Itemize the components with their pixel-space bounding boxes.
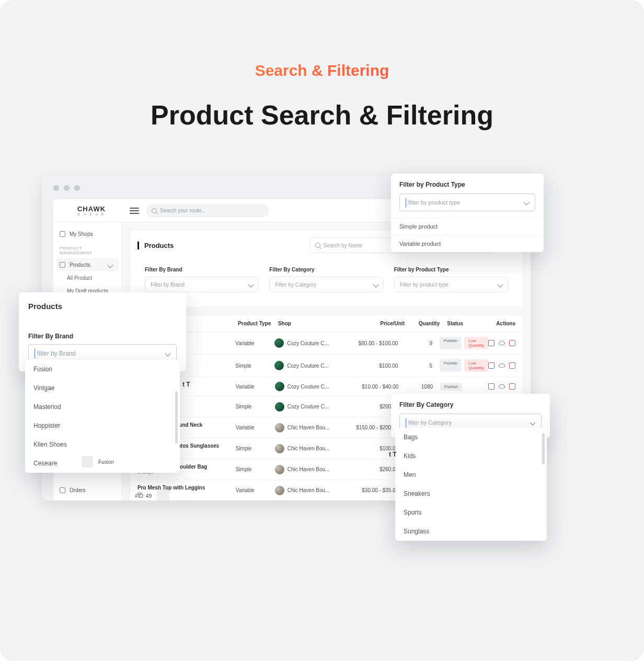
status-cell: PublishLow Quantity <box>432 337 488 349</box>
col-shop: Shop <box>278 321 348 326</box>
chevron-down-icon <box>248 281 254 287</box>
actions-cell <box>488 383 515 390</box>
window-dot <box>64 185 70 191</box>
shop-cell: Chic Haven Bou... <box>275 444 343 453</box>
col-actions: Actions <box>496 321 515 326</box>
price-cell: $100.00 <box>343 363 398 369</box>
price-cell: $30.00 - $35.00 <box>343 487 398 493</box>
category-option[interactable]: Sunglass <box>395 522 547 541</box>
edit-icon[interactable] <box>488 362 494 369</box>
filter-category-placeholder: Filter by Category <box>275 282 316 288</box>
col-price[interactable]: Price/Unit <box>348 321 405 326</box>
brand-option[interactable]: Vintgae <box>25 379 180 397</box>
category-option[interactable]: Sneakers <box>395 484 547 503</box>
low-quantity-badge: Low Quantity <box>464 359 488 372</box>
delete-icon[interactable] <box>509 362 515 369</box>
filter-category-select[interactable]: Filter by Category <box>269 277 383 292</box>
publish-badge: Publish <box>440 383 462 391</box>
fusion-label: Fusion <box>98 459 114 465</box>
sidebar-label: My Shops <box>70 231 116 237</box>
brand-option[interactable]: Hoppister <box>25 416 180 435</box>
view-icon[interactable] <box>499 384 505 389</box>
product-type-cell: Variable <box>236 487 275 493</box>
sidebar-item-transactions[interactable]: Transactions <box>53 497 122 500</box>
col-quantity[interactable]: Quantity <box>405 321 440 326</box>
category-dropdown: Bags Kids Men Sneakers Sports Sunglass <box>395 428 547 541</box>
filter-brand-label: Filter By Brand <box>145 267 259 272</box>
table-row: Miss Chasegae Simple Cozy Couture C... $… <box>130 355 523 377</box>
shop-cell: Chic Haven Bou... <box>275 465 343 474</box>
id-row-peek: #ID: 49 <box>135 486 169 500</box>
filter-ptype-label: Filter by Product Type <box>394 267 508 272</box>
ptype-placeholder: filter by product type <box>408 199 460 206</box>
window-dot <box>74 185 80 191</box>
chevron-down-icon <box>165 350 170 356</box>
price-cell: $80.00 - $100.00 <box>343 340 398 346</box>
filter-brand-placeholder: Filter by Brand <box>151 282 185 288</box>
shop-cell: Cozy Couture C... <box>274 338 343 348</box>
popover-product-type: Filter by Product Type filter by product… <box>391 174 544 252</box>
popover-title: Filter by Product Type <box>391 174 544 193</box>
brand-option[interactable]: Fusion <box>25 360 180 379</box>
view-icon[interactable] <box>499 363 505 368</box>
col-status: Status <box>440 321 496 326</box>
ptype-select[interactable]: filter by product type <box>399 193 535 211</box>
sidebar-item-my-shops[interactable]: My Shops <box>53 227 122 241</box>
col-product-type: Product Type <box>238 321 278 326</box>
product-type-cell: Variable <box>236 384 275 390</box>
orders-icon <box>60 487 65 493</box>
edit-icon[interactable] <box>488 340 494 346</box>
popover-title: Filter By Category <box>391 394 550 414</box>
category-option[interactable]: Kids <box>395 447 547 465</box>
shop-cell: Cozy Couture C... <box>274 361 343 370</box>
text-cursor <box>406 198 406 208</box>
sidebar-item-orders[interactable]: Orders <box>53 484 122 497</box>
chevron-down-icon <box>497 281 503 287</box>
search-icon <box>152 208 157 213</box>
eyebrow-text: Search & Filtering <box>0 62 644 79</box>
filter-brand-select[interactable]: Filter by Brand <box>145 277 259 292</box>
sidebar-item-all-product[interactable]: All Product <box>53 271 122 284</box>
sidebar-label: Orders <box>70 487 116 493</box>
route-search-input[interactable]: Search your route... <box>146 204 269 218</box>
category-option[interactable]: Sports <box>395 503 547 522</box>
sidebar-label: Products <box>70 262 104 268</box>
view-icon[interactable] <box>499 341 505 345</box>
delete-icon[interactable] <box>509 383 515 390</box>
publish-badge: Publish <box>440 337 462 349</box>
price-cell: $150.00 - $200.00 <box>343 425 398 430</box>
product-type-cell: Simple <box>235 363 274 369</box>
product-thumb <box>157 489 169 500</box>
brand-option[interactable]: Masteriod <box>25 397 180 416</box>
chevron-down-icon <box>530 419 535 425</box>
qty-cell: 5 <box>398 363 432 369</box>
price-cell: $200.00 <box>343 404 398 409</box>
product-type-cell: Simple <box>236 446 275 451</box>
shop-avatar <box>275 423 284 432</box>
shop-avatar <box>275 382 284 391</box>
search-name-placeholder: Search by Name <box>324 243 362 248</box>
sidebar-item-products[interactable]: Products <box>56 258 119 271</box>
category-option[interactable]: Men <box>395 465 547 484</box>
shop-cell: Chic Haven Bou... <box>275 486 343 495</box>
price-cell: $10.00 - $40.00 <box>343 384 398 390</box>
product-type-cell: Simple <box>236 466 275 472</box>
scrollbar[interactable] <box>542 433 545 464</box>
category-option[interactable]: Bags <box>395 428 547 447</box>
window-dot <box>53 185 59 191</box>
product-thumb <box>82 456 93 468</box>
status-cell: PublishLow Quantity <box>432 359 488 372</box>
window-controls <box>53 185 80 191</box>
delete-icon[interactable] <box>509 340 515 346</box>
truncated-text: t T <box>389 451 397 458</box>
edit-icon[interactable] <box>488 383 494 390</box>
filter-ptype-select[interactable]: Filter by product type <box>394 277 508 292</box>
table-header: Product Type Shop Price/Unit Quantity St… <box>130 315 523 332</box>
ptype-option[interactable]: Variable product <box>391 235 544 252</box>
brand-option[interactable]: Klien Shoes <box>25 435 180 454</box>
shop-cell: Cozy Couture C... <box>275 382 343 391</box>
products-icon <box>60 262 65 268</box>
scrollbar[interactable] <box>175 391 178 443</box>
ptype-option[interactable]: Simple product <box>391 218 544 235</box>
menu-icon[interactable] <box>130 208 139 214</box>
